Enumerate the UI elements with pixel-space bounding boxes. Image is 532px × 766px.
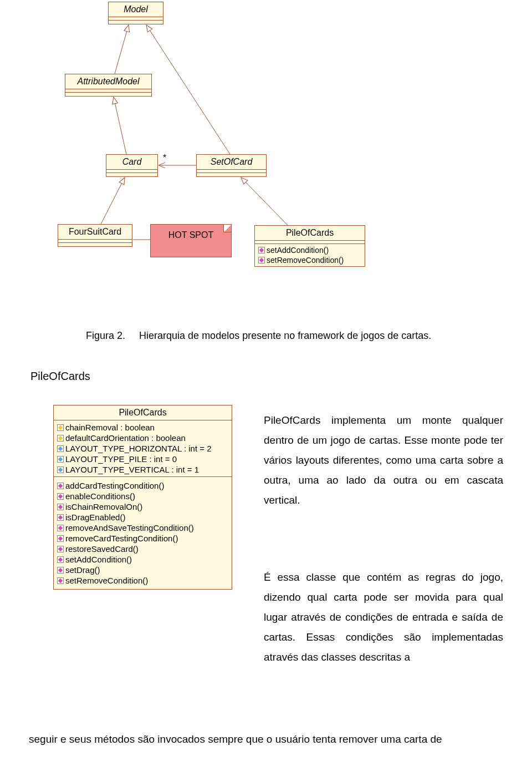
- operation-label: removeAndSaveTestingCondition(): [65, 523, 194, 532]
- uml-class-pileofcards: PileOfCards setAddCondition() setRemoveC…: [254, 225, 365, 267]
- uml-note-hotspot: HOT SPOT: [150, 224, 232, 257]
- uml-operation: isDragEnabled(): [57, 512, 228, 522]
- uml-operation: restoreSavedCard(): [57, 544, 228, 554]
- svg-line-0: [115, 25, 129, 74]
- svg-line-3: [101, 177, 125, 224]
- attribute-label: LAYOUT_TYPE_VERTICAL : int = 1: [65, 465, 199, 474]
- operation-label: isChainRemovalOn(): [65, 502, 142, 511]
- uml-class-setofcard: SetOfCard: [196, 154, 267, 177]
- uml-operation: setAddCondition(): [57, 554, 228, 565]
- uml-class-pileofcards-detail: PileOfCards chainRemoval : boolean defau…: [53, 405, 232, 590]
- method-icon: [57, 493, 64, 500]
- uml-operation: setDrag(): [57, 565, 228, 575]
- uml-operation: setAddCondition(): [258, 245, 361, 255]
- uml-operation: setRemoveCondition(): [258, 255, 361, 265]
- uml-class-title: Card: [106, 155, 157, 170]
- uml-class-attributedmodel: AttributedModel: [65, 74, 152, 97]
- uml-operation: setRemoveCondition(): [57, 575, 228, 586]
- operation-label: isDragEnabled(): [65, 513, 125, 522]
- figure-caption: Figura 2. Hierarquia de modelos presente…: [86, 330, 431, 342]
- svg-line-1: [114, 97, 126, 154]
- method-icon: [57, 577, 64, 584]
- uml-class-title: SetOfCard: [197, 155, 266, 170]
- uml-attribute: LAYOUT_TYPE_VERTICAL : int = 1: [57, 464, 228, 475]
- method-icon: [57, 535, 64, 542]
- uml-operation: enableConditions(): [57, 491, 228, 501]
- uml-operation: isChainRemovalOn(): [57, 501, 228, 512]
- uml-class-foursuitcard: FourSuitCard: [58, 224, 132, 247]
- caption-text: Hierarquia de modelos presente no framew…: [139, 330, 431, 341]
- description-paragraph-2: É essa classe que contém as regras do jo…: [264, 567, 503, 667]
- operation-label: setAddCondition(): [65, 555, 132, 564]
- method-icon: [57, 483, 64, 489]
- description-paragraph-1: PileOfCards implementa um monte qualquer…: [264, 410, 503, 510]
- uml-attribute: LAYOUT_TYPE_PILE : int = 0: [57, 454, 228, 464]
- caption-prefix: Figura 2.: [86, 330, 125, 341]
- method-icon: [57, 546, 64, 552]
- constant-icon: [57, 466, 64, 473]
- method-icon: [57, 504, 64, 510]
- attribute-icon: [57, 424, 64, 431]
- note-fold-icon: [223, 225, 231, 232]
- uml-attribute: LAYOUT_TYPE_HORIZONTAL : int = 2: [57, 443, 228, 454]
- operation-label: removeCardTestingCondition(): [65, 534, 178, 543]
- uml-class-title: Model: [109, 2, 163, 17]
- attribute-label: defaultCardOrientation : boolean: [65, 433, 186, 443]
- uml-attributes: chainRemoval : boolean defaultCardOrient…: [54, 420, 232, 477]
- uml-class-title: FourSuitCard: [58, 225, 132, 240]
- uml-attribute: chainRemoval : boolean: [57, 422, 228, 433]
- operation-label: setRemoveCondition(): [267, 256, 344, 265]
- description-paragraph-3: seguir e seus métodos são invocados semp…: [29, 729, 503, 749]
- uml-operations: addCardTestingCondition() enableConditio…: [54, 477, 232, 589]
- multiplicity-star: *: [163, 153, 166, 163]
- attribute-label: LAYOUT_TYPE_HORIZONTAL : int = 2: [65, 444, 212, 453]
- operation-label: setRemoveCondition(): [65, 576, 148, 585]
- uml-class-model: Model: [108, 2, 163, 24]
- uml-operation: removeCardTestingCondition(): [57, 533, 228, 544]
- uml-diagram: Model AttributedModel Card * SetOfCard F…: [0, 0, 532, 327]
- uml-class-title: PileOfCards: [255, 226, 365, 241]
- method-icon: [57, 556, 64, 563]
- note-text: HOT SPOT: [151, 225, 231, 246]
- method-icon: [258, 247, 265, 253]
- uml-operations: setAddCondition() setRemoveCondition(): [255, 244, 365, 266]
- attribute-label: LAYOUT_TYPE_PILE : int = 0: [65, 454, 177, 464]
- uml-operation: addCardTestingCondition(): [57, 480, 228, 491]
- operation-label: setAddCondition(): [267, 246, 329, 255]
- section-title: PileOfCards: [30, 370, 90, 383]
- uml-operation: removeAndSaveTestingCondition(): [57, 522, 228, 533]
- attribute-icon: [57, 435, 64, 442]
- svg-line-4: [241, 177, 288, 225]
- method-icon: [258, 257, 265, 263]
- constant-icon: [57, 445, 64, 452]
- operation-label: enableConditions(): [65, 491, 135, 501]
- attribute-label: chainRemoval : boolean: [65, 423, 155, 432]
- uml-attribute: defaultCardOrientation : boolean: [57, 433, 228, 443]
- uml-class-card: Card: [106, 154, 158, 177]
- operation-label: addCardTestingCondition(): [65, 481, 164, 490]
- method-icon: [57, 525, 64, 531]
- uml-class-title: AttributedModel: [65, 74, 151, 89]
- constant-icon: [57, 456, 64, 463]
- method-icon: [57, 514, 64, 521]
- svg-line-2: [146, 25, 230, 154]
- operation-label: setDrag(): [65, 565, 100, 575]
- method-icon: [57, 567, 64, 574]
- uml-class-title: PileOfCards: [54, 405, 232, 420]
- operation-label: restoreSavedCard(): [65, 544, 139, 554]
